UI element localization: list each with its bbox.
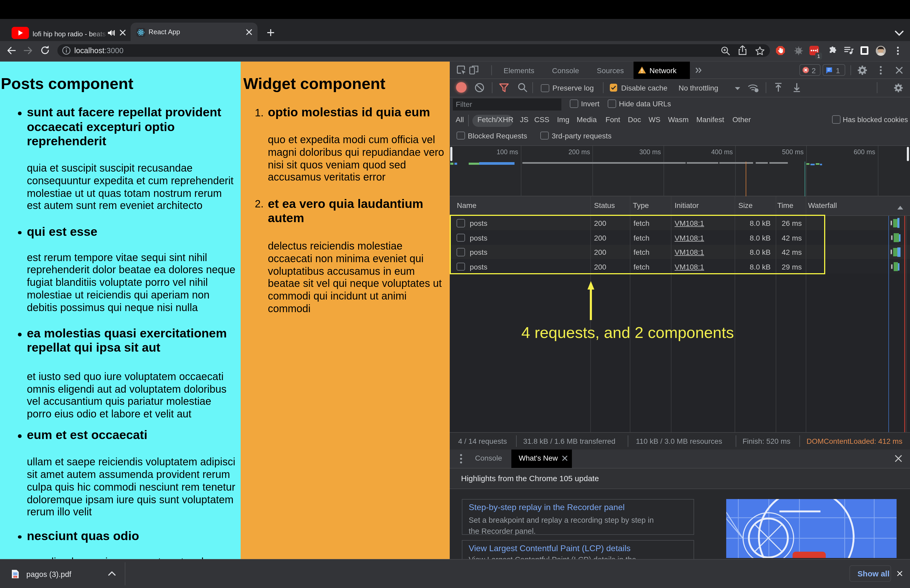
svg-text:PDF: PDF xyxy=(14,576,16,578)
